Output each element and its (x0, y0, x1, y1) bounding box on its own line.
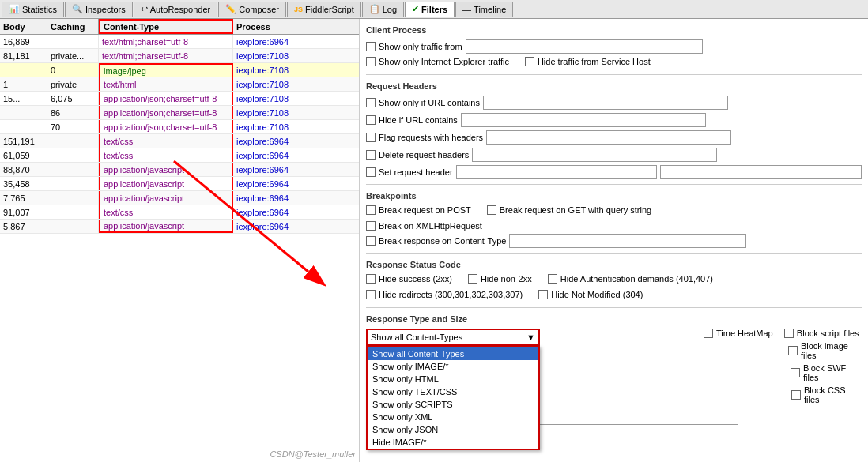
hide-not-modified-checkbox[interactable] (538, 290, 548, 299)
table-row[interactable]: 86 application/json;charset=utf-8 iexplo… (0, 106, 359, 120)
hide-auth-label: Hide Authentication demands (401,407) (560, 274, 713, 284)
break-xml-checkbox[interactable] (366, 221, 376, 231)
show-only-url-input[interactable] (483, 96, 728, 110)
hide-redirects-checkbox[interactable] (366, 290, 376, 299)
col-header-body: Body (0, 19, 47, 34)
cell-process: iexplore:6964 (233, 191, 308, 205)
table-row[interactable]: 7,765 application/javascript iexplore:69… (0, 191, 359, 205)
watermark: CSDN@Tester_muller (270, 449, 356, 459)
dropdown-item[interactable]: Show only IMAGE/* (368, 360, 538, 373)
table-row[interactable]: 0 image/jpeg iexplore:7108 (0, 63, 359, 77)
time-heatmap-label: Time HeatMap (716, 329, 773, 338)
block-script-label: Block script files (797, 329, 859, 338)
cell-caching (47, 148, 99, 162)
block-options: Time HeatMap Block script files Block im… (704, 329, 862, 408)
tab-inspectors[interactable]: 🔍 Inspectors (65, 2, 133, 17)
hide-url-input[interactable] (461, 113, 706, 127)
request-headers-title: Request Headers (366, 81, 862, 91)
flag-requests-checkbox[interactable] (366, 133, 376, 142)
tab-statistics[interactable]: 📊 Statistics (2, 2, 64, 17)
time-heatmap-checkbox[interactable] (704, 329, 713, 338)
toolbar: 📊 Statistics 🔍 Inspectors ↩ AutoResponde… (0, 0, 868, 19)
cell-caching: 70 (47, 120, 99, 133)
dropdown-item[interactable]: Show only SCRIPTS (368, 398, 538, 411)
hide-non2xx-checkbox[interactable] (468, 274, 477, 284)
cell-body: 88,870 (0, 163, 47, 176)
tab-autoresponder[interactable]: ↩ AutoResponder (134, 2, 217, 17)
tab-composer[interactable]: ✏️ Composer (218, 2, 286, 17)
delete-headers-row: Delete request headers (366, 148, 862, 162)
show-only-url-checkbox[interactable] (366, 98, 376, 107)
dropdown-trigger[interactable]: Show all Content-Types ▼ (366, 329, 540, 346)
break-response-input[interactable] (509, 234, 746, 248)
dropdown-chevron-icon: ▼ (526, 332, 535, 342)
set-header-value-input[interactable] (660, 165, 862, 179)
hide-service-host-checkbox[interactable] (525, 57, 534, 66)
table-row[interactable]: 1 private text/html iexplore:7108 (0, 77, 359, 92)
col-header-process: Process (233, 19, 308, 34)
show-only-traffic-checkbox[interactable] (366, 42, 376, 51)
table-row[interactable]: 88,870 application/javascript iexplore:6… (0, 163, 359, 177)
dropdown-item[interactable]: Hide IMAGE/* (368, 436, 538, 449)
delete-headers-checkbox[interactable] (366, 150, 376, 160)
cell-content-type: application/json;charset=utf-8 (99, 120, 233, 133)
hide-auth-checkbox[interactable] (548, 274, 557, 284)
table-row[interactable]: 151,191 text/css iexplore:6964 (0, 134, 359, 148)
cell-content-type: application/json;charset=utf-8 (99, 106, 233, 119)
cell-content-type: application/javascript (99, 177, 233, 190)
dropdown-item[interactable]: Show only JSON (368, 423, 538, 436)
filters-panel: Client Process Show only traffic from Sh… (360, 19, 868, 462)
hide-url-checkbox[interactable] (366, 115, 376, 125)
hide-redirects-label: Hide redirects (300,301,302,303,307) (379, 290, 523, 299)
dropdown-item[interactable]: Show only HTML (368, 373, 538, 385)
tab-fiddlerscript[interactable]: JS FiddlerScript (287, 2, 361, 17)
time-heatmap-row: Time HeatMap Block script files (704, 329, 862, 338)
table-row[interactable]: 91,007 text/css iexplore:6964 (0, 205, 359, 220)
tab-timeline[interactable]: — Timeline (455, 2, 513, 17)
table-row[interactable]: 5,867 application/javascript iexplore:69… (0, 220, 359, 234)
cell-caching (47, 163, 99, 176)
block-swf-checkbox[interactable] (791, 368, 800, 377)
cell-content-type: text/css (99, 134, 233, 148)
show-only-ie-label: Show only Internet Explorer traffic (379, 57, 509, 66)
dropdown-item[interactable]: Show only XML (368, 411, 538, 423)
set-header-checkbox[interactable] (366, 167, 376, 177)
cell-content-type: text/html;charset=utf-8 (99, 35, 233, 48)
show-only-traffic-row: Show only traffic from (366, 39, 862, 54)
table-row[interactable]: 16,869 text/html;charset=utf-8 iexplore:… (0, 35, 359, 49)
tab-log[interactable]: 📋 Log (362, 2, 404, 17)
block-css-row: Block CSS files (704, 385, 862, 404)
table-row[interactable]: 70 application/json;charset=utf-8 iexplo… (0, 120, 359, 134)
set-header-row: Set request header (366, 165, 862, 179)
show-only-ie-checkbox[interactable] (366, 57, 376, 66)
hide-success-checkbox[interactable] (366, 274, 376, 284)
block-image-checkbox[interactable] (788, 346, 798, 355)
break-get-checkbox[interactable] (487, 205, 496, 215)
block-swf-row: Block SWF files (704, 363, 862, 382)
cell-body: 7,765 (0, 191, 47, 205)
dropdown-item[interactable]: Show only TEXT/CSS (368, 385, 538, 398)
table-row[interactable]: 35,458 application/javascript iexplore:6… (0, 177, 359, 191)
cell-caching (47, 35, 99, 48)
inspectors-icon: 🔍 (72, 4, 83, 14)
flag-requests-input[interactable] (486, 130, 731, 145)
cell-body: 15... (0, 92, 47, 105)
table-row[interactable]: 81,181 private... text/html;charset=utf-… (0, 49, 359, 63)
col-header-content-type: Content-Type (99, 19, 233, 34)
tab-filters[interactable]: ✔ Filters (405, 2, 455, 17)
break-post-checkbox[interactable] (366, 205, 376, 215)
table-row[interactable]: 61,059 text/css iexplore:6964 (0, 148, 359, 163)
set-header-name-input[interactable] (456, 165, 658, 179)
show-only-traffic-input[interactable] (466, 39, 703, 54)
block-image-row: Block image files (704, 341, 862, 360)
dropdown-item[interactable]: Show all Content-Types (368, 347, 538, 360)
block-css-checkbox[interactable] (791, 390, 801, 400)
block-script-checkbox[interactable] (784, 329, 794, 338)
break-response-checkbox[interactable] (366, 236, 376, 246)
divider-2 (366, 184, 862, 185)
cell-body (0, 120, 47, 133)
cell-body: 5,867 (0, 220, 47, 233)
delete-headers-input[interactable] (472, 148, 717, 162)
cell-caching (47, 177, 99, 190)
table-row[interactable]: 15... 6,075 application/json;charset=utf… (0, 92, 359, 106)
